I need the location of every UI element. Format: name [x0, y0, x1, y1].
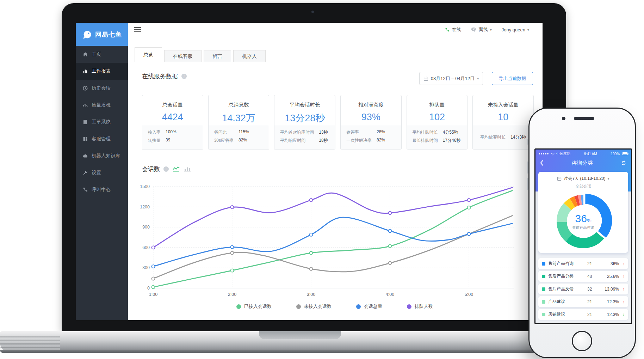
bar-chart-toggle-icon[interactable] [184, 166, 191, 172]
stat-sub-label: 平均放弃时长 [480, 134, 506, 140]
date-range-picker[interactable]: 03月12日 – 04月12日 ▾ [419, 72, 483, 85]
stat-sub-value: 28% [377, 129, 396, 135]
stat-card-queue: 排队量 102 平均排队时长4分55秒 最长排队时间17分46秒 [407, 95, 468, 150]
scene: 网易七鱼 主页 工作报表 历史会话 质量质检 [0, 0, 644, 359]
phone-icon [82, 187, 88, 193]
sidebar-item-label: 工单系统 [92, 119, 111, 125]
donut-center-value: 36 [575, 213, 587, 224]
donut-center-unit: % [587, 218, 591, 223]
laptop-base-ridges [0, 336, 60, 352]
trend-up-icon: ↑ [619, 261, 625, 266]
category-row[interactable]: 售前产品咨询 21 36% ↑ [538, 258, 628, 269]
category-percent: 12.3% [599, 312, 619, 317]
svg-text:600: 600 [142, 245, 150, 250]
calendar-icon [423, 76, 428, 81]
svg-text:1:00: 1:00 [149, 292, 157, 297]
sidebar-item-reports[interactable]: 工作报表 [76, 63, 128, 80]
tab-overview[interactable]: 总览 [135, 47, 162, 62]
category-label: 售前产品咨询 [548, 261, 574, 267]
legend-dot-blue [356, 304, 361, 309]
sidebar-item-tickets[interactable]: 工单系统 [76, 114, 128, 130]
category-row[interactable]: 售后产品分类 43 25.6% ↑ [538, 271, 628, 282]
category-row[interactable]: 店铺建议 21 12.3% ↓ [538, 309, 628, 320]
phone-date-filter[interactable]: 过去7天 (10.13-10.20) ▾ [538, 176, 628, 182]
laptop-base-edge [0, 350, 583, 353]
category-percent: 12.3% [599, 299, 619, 304]
sidebar: 网易七鱼 主页 工作报表 历史会话 质量质检 [76, 23, 128, 320]
trend-down-icon: ↓ [619, 312, 625, 317]
category-row[interactable]: 产品建议 21 12.3% ↑ [538, 296, 628, 307]
cloud-icon [82, 153, 88, 159]
legend-item[interactable]: 排队人数 [407, 303, 433, 310]
legend-label: 会话总量 [364, 303, 382, 310]
sidebar-item-robot-kb[interactable]: 机器人知识库 [76, 147, 128, 164]
tab-messages[interactable]: 留言 [204, 50, 231, 62]
tab-robot[interactable]: 机器人 [233, 50, 266, 62]
svg-text:4:00: 4:00 [386, 292, 394, 297]
stat-card-total-sessions: 总会话量 4424 接入率100% 转接量39 [142, 95, 203, 150]
category-label: 产品建议 [548, 299, 565, 305]
stat-sub-value: 82% [377, 138, 396, 144]
sidebar-item-call-center[interactable]: 呼叫中心 [76, 181, 128, 198]
legend-dot-purple [407, 304, 411, 309]
sidebar-item-home[interactable]: 主页 [76, 46, 128, 63]
user-menu[interactable]: Jony queen ▾ [502, 27, 529, 32]
sidebar-item-history[interactable]: 历史会话 [76, 80, 128, 97]
stat-sub-label: 最长排队时间 [413, 138, 438, 144]
chart-type-toggle [172, 166, 191, 172]
stat-sub-label: 参评率 [346, 129, 372, 135]
stat-value: 4424 [142, 112, 203, 123]
topbar-right: 在线 离线 ▾ Jony queen ▾ [445, 23, 529, 36]
hamburger-menu-button[interactable] [134, 27, 141, 32]
stat-card-avg-duration: 平均会话时长 13分28秒 平均首次响应时间13秒 平均响应时间18秒 [274, 95, 335, 150]
category-list: 售前产品咨询 21 36% ↑ 售后产品分类 43 25.6% ↑ [538, 258, 628, 320]
document-icon [82, 119, 88, 125]
legend-label: 排队人数 [415, 303, 433, 310]
svg-text:0: 0 [147, 286, 150, 291]
category-color-swatch [542, 262, 545, 266]
stat-title: 排队量 [407, 102, 467, 108]
laptop-webcam [311, 11, 314, 13]
stat-sub-value: 17分46秒 [443, 138, 462, 144]
clock-icon [82, 85, 88, 91]
legend-item[interactable]: 未接入会话数 [296, 303, 332, 310]
category-count: 43 [587, 274, 599, 279]
tab-online-service[interactable]: 在线客服 [164, 50, 202, 62]
sidebar-item-agents[interactable]: 客服管理 [76, 130, 128, 147]
stat-sub-value: 4分55秒 [443, 129, 462, 135]
phone-home-button[interactable] [572, 331, 592, 351]
stat-title: 总消息数 [209, 102, 269, 108]
wrench-icon [82, 170, 88, 176]
category-row[interactable]: 售后产品反馈 32 13.09% ↑ [538, 284, 628, 294]
stat-sub-label: 平均首次响应时间 [280, 129, 314, 135]
chat-status-dropdown[interactable]: 离线 ▾ [471, 26, 492, 33]
stat-sub-label: 答问比 [214, 129, 234, 135]
gauge-icon [82, 102, 88, 108]
sidebar-item-label: 客服管理 [92, 136, 111, 142]
sidebar-item-label: 主页 [92, 51, 101, 57]
sidebar-item-label: 质量质检 [92, 102, 111, 108]
fish-logo-icon [82, 29, 92, 40]
donut-center-label: 售前产品咨询 [566, 225, 601, 230]
caret-down-icon: ▾ [527, 28, 529, 32]
legend-item[interactable]: 已接入会话数 [236, 303, 272, 310]
sidebar-item-quality[interactable]: 质量质检 [76, 97, 128, 114]
info-icon[interactable]: i [163, 166, 169, 172]
category-color-swatch [542, 300, 545, 304]
back-chevron-icon[interactable] [540, 160, 544, 166]
legend-item[interactable]: 会话总量 [356, 303, 382, 310]
info-icon[interactable]: i [181, 74, 187, 79]
phone-mute-switch [527, 139, 528, 145]
call-status-toggle[interactable]: 在线 [445, 26, 461, 33]
caret-down-icon: ▾ [490, 28, 492, 32]
chat-status-label: 离线 [479, 26, 488, 33]
sidebar-item-label: 工作报表 [92, 68, 111, 74]
stat-sub-label: 平均排队时长 [413, 129, 438, 135]
refresh-icon[interactable] [621, 160, 627, 166]
line-chart-icon[interactable] [172, 166, 180, 172]
signal-dots-icon [539, 153, 549, 154]
export-data-button[interactable]: 导出当前数据 [492, 72, 533, 85]
sidebar-item-label: 设置 [92, 170, 101, 176]
category-color-swatch [542, 287, 545, 291]
sidebar-item-settings[interactable]: 设置 [76, 164, 128, 181]
